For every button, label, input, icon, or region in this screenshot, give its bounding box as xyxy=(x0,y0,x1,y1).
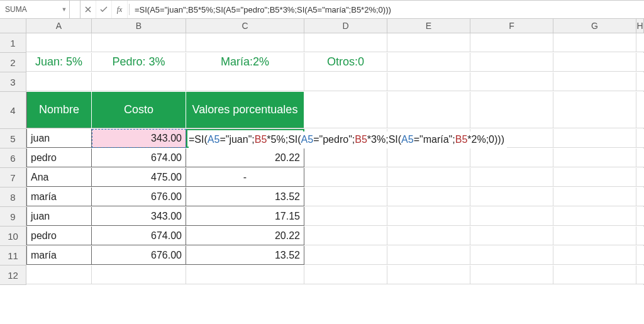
cell-D6[interactable] xyxy=(304,148,387,167)
cell-A3[interactable] xyxy=(26,72,92,91)
cell-F3[interactable] xyxy=(470,72,553,91)
cell-C9[interactable]: 17.15 xyxy=(186,207,304,226)
cell-G9[interactable] xyxy=(553,207,636,226)
column-header-C[interactable]: C xyxy=(186,19,304,33)
cell-A2[interactable]: Juan: 5% xyxy=(26,53,92,72)
column-header-B[interactable]: B xyxy=(92,19,186,33)
cell-H3[interactable] xyxy=(636,72,644,91)
cell-B2[interactable]: Pedro: 3% xyxy=(92,53,186,72)
cell-C11[interactable]: 13.52 xyxy=(186,246,304,265)
cell-G10[interactable] xyxy=(553,226,636,245)
cell-H4[interactable] xyxy=(636,92,644,128)
cell-E9[interactable] xyxy=(387,207,470,226)
cell-B5[interactable]: 343.00 xyxy=(92,129,186,148)
cell-F4[interactable] xyxy=(470,92,553,128)
column-header-A[interactable]: A xyxy=(26,19,92,33)
cell-C10[interactable]: 20.22 xyxy=(186,226,304,245)
cell-E4[interactable] xyxy=(387,92,470,128)
name-box-dropdown-icon[interactable]: ▼ xyxy=(59,6,69,13)
cell-G11[interactable] xyxy=(553,246,636,265)
row-header-7[interactable]: 7 xyxy=(0,168,26,187)
cell-A10[interactable]: pedro xyxy=(26,226,92,245)
cell-D8[interactable] xyxy=(304,187,387,206)
row-header-3[interactable]: 3 xyxy=(0,72,26,92)
cell-H11[interactable] xyxy=(636,246,644,265)
cell-F8[interactable] xyxy=(470,187,553,206)
formula-input[interactable] xyxy=(131,3,644,16)
cell-D9[interactable] xyxy=(304,207,387,226)
cell-E2[interactable] xyxy=(387,53,470,72)
cell-H1[interactable] xyxy=(636,33,644,52)
cell-G6[interactable] xyxy=(553,148,636,167)
cell-D12[interactable] xyxy=(304,265,387,284)
cell-H5[interactable] xyxy=(636,129,644,148)
insert-function-button[interactable]: fx xyxy=(112,1,128,18)
cell-C2[interactable]: María:2% xyxy=(186,53,304,72)
column-header-E[interactable]: E xyxy=(387,19,470,33)
cell-H9[interactable] xyxy=(636,207,644,226)
cell-E1[interactable] xyxy=(387,33,470,52)
cell-D3[interactable] xyxy=(304,72,387,91)
column-header-H[interactable]: H xyxy=(636,19,644,33)
cell-G3[interactable] xyxy=(553,72,636,91)
cell-E12[interactable] xyxy=(387,265,470,284)
cell-F7[interactable] xyxy=(470,168,553,187)
cell-A12[interactable] xyxy=(26,265,92,284)
cell-B7[interactable]: 475.00 xyxy=(92,168,186,187)
row-header-11[interactable]: 11 xyxy=(0,246,26,265)
row-header-4[interactable]: 4 xyxy=(0,92,26,129)
cell-D4[interactable] xyxy=(304,92,387,128)
cell-H7[interactable] xyxy=(636,168,644,187)
cell-F11[interactable] xyxy=(470,246,553,265)
cell-D11[interactable] xyxy=(304,246,387,265)
cell-A5[interactable]: juan xyxy=(26,129,92,148)
cell-F2[interactable] xyxy=(470,53,553,72)
cell-A6[interactable]: pedro xyxy=(26,148,92,167)
spreadsheet-grid[interactable]: ABCDEFGH12Juan: 5%Pedro: 3%María:2%Otros… xyxy=(0,19,644,285)
row-header-6[interactable]: 6 xyxy=(0,148,26,168)
cell-C1[interactable] xyxy=(186,33,304,52)
cell-B11[interactable]: 676.00 xyxy=(92,246,186,265)
cell-G2[interactable] xyxy=(553,53,636,72)
cell-F12[interactable] xyxy=(470,265,553,284)
row-header-10[interactable]: 10 xyxy=(0,226,26,246)
cell-A7[interactable]: Ana xyxy=(26,168,92,187)
cell-B6[interactable]: 674.00 xyxy=(92,148,186,167)
cell-C12[interactable] xyxy=(186,265,304,284)
cell-H10[interactable] xyxy=(636,226,644,245)
cancel-edit-button[interactable] xyxy=(80,1,96,18)
cell-G5[interactable] xyxy=(553,129,636,148)
cell-H12[interactable] xyxy=(636,265,644,284)
row-header-9[interactable]: 9 xyxy=(0,207,26,226)
inline-formula-editor[interactable]: =SI(A5="juan";B5*5%;SI(A5="pedro";B5*3%;… xyxy=(189,131,507,148)
row-header-2[interactable]: 2 xyxy=(0,53,26,72)
cell-E8[interactable] xyxy=(387,187,470,206)
row-header-1[interactable]: 1 xyxy=(0,33,26,53)
cell-A9[interactable]: juan xyxy=(26,207,92,226)
cell-G4[interactable] xyxy=(553,92,636,128)
cell-H8[interactable] xyxy=(636,187,644,206)
cell-B9[interactable]: 343.00 xyxy=(92,207,186,226)
column-header-F[interactable]: F xyxy=(470,19,553,33)
cell-D10[interactable] xyxy=(304,226,387,245)
cell-H2[interactable] xyxy=(636,53,644,72)
cell-D2[interactable]: Otros:0 xyxy=(304,53,387,72)
cell-F10[interactable] xyxy=(470,226,553,245)
cell-H6[interactable] xyxy=(636,148,644,167)
cell-A11[interactable]: maría xyxy=(26,246,92,265)
cell-E6[interactable] xyxy=(387,148,470,167)
cell-C3[interactable] xyxy=(186,72,304,91)
cell-F6[interactable] xyxy=(470,148,553,167)
cell-A1[interactable] xyxy=(26,33,92,52)
cell-C4[interactable]: Valores porcentuales xyxy=(186,92,304,128)
cell-A8[interactable]: maría xyxy=(26,187,92,206)
cell-E11[interactable] xyxy=(387,246,470,265)
cell-A4[interactable]: Nombre xyxy=(26,92,92,128)
cell-E7[interactable] xyxy=(387,168,470,187)
cell-B8[interactable]: 676.00 xyxy=(92,187,186,206)
cell-G7[interactable] xyxy=(553,168,636,187)
select-all-corner[interactable] xyxy=(0,19,26,33)
row-header-5[interactable]: 5 xyxy=(0,129,26,148)
name-box[interactable] xyxy=(3,3,59,16)
row-header-12[interactable]: 12 xyxy=(0,265,26,285)
